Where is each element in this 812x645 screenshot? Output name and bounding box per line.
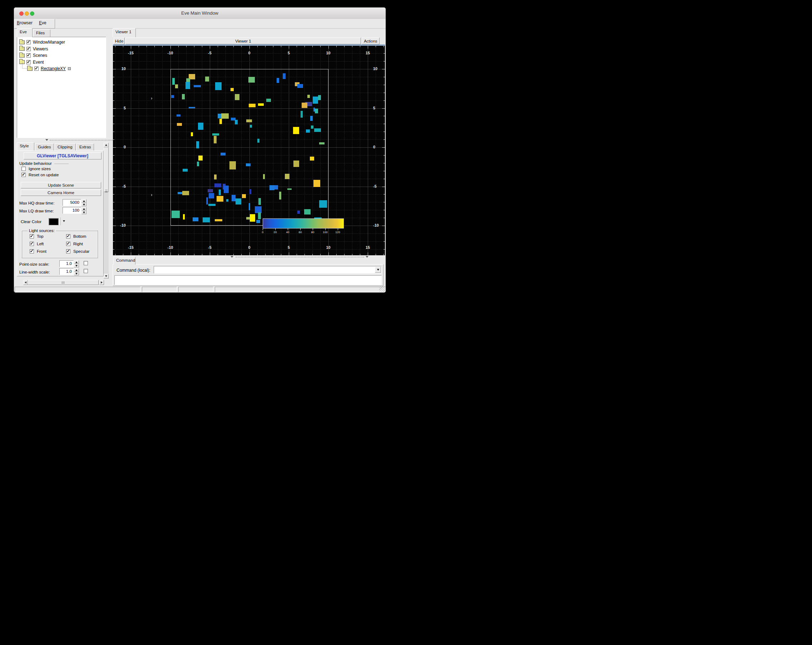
scroll-right-button[interactable] bbox=[99, 280, 104, 285]
light-front[interactable]: Front bbox=[30, 249, 46, 254]
tab-guides[interactable]: Guides bbox=[35, 144, 54, 151]
tree-item-checkbox[interactable] bbox=[26, 60, 31, 64]
tab-viewer-1[interactable]: Viewer 1 bbox=[113, 28, 136, 37]
ignore-sizes-row[interactable]: Ignore sizes bbox=[21, 167, 51, 171]
tree-item-label[interactable]: RectangleXY bbox=[41, 66, 66, 71]
spin-up-icon[interactable] bbox=[83, 200, 85, 202]
light-label: Bottom bbox=[73, 234, 86, 238]
tab-extras[interactable]: Extras bbox=[76, 144, 94, 151]
tree-item-checkbox[interactable] bbox=[26, 47, 31, 51]
scale-stepper[interactable] bbox=[74, 260, 79, 267]
tree-item-checkbox[interactable] bbox=[26, 53, 31, 58]
tree-item-label[interactable]: Viewers bbox=[33, 46, 48, 52]
scale-stepper[interactable] bbox=[74, 276, 79, 277]
tab-eve[interactable]: Eve bbox=[17, 28, 32, 37]
spin-down-icon[interactable] bbox=[74, 272, 79, 275]
spin-up-icon[interactable] bbox=[83, 208, 85, 210]
reset-on-update-row[interactable]: Reset on update bbox=[21, 173, 59, 177]
glviewer-button[interactable]: GLViewer [TGLSAViewer] bbox=[24, 152, 102, 159]
light-bottom[interactable]: Bottom bbox=[66, 234, 86, 238]
horizontal-splitter[interactable] bbox=[235, 257, 364, 257]
tab-files[interactable]: Files bbox=[33, 29, 50, 37]
tab-style[interactable]: Style bbox=[17, 142, 34, 151]
spin-down-icon[interactable] bbox=[83, 212, 85, 214]
tab-command[interactable]: Command bbox=[113, 257, 136, 264]
color-dropdown-icon[interactable] bbox=[63, 220, 65, 222]
scale-input[interactable]: 1.0 bbox=[60, 268, 73, 275]
tree-item-label[interactable]: Event bbox=[33, 60, 44, 65]
scroll-down-button[interactable] bbox=[104, 274, 108, 278]
viewer-title-bar[interactable]: Viewer 1 bbox=[125, 38, 361, 44]
tree-item-label[interactable]: Scenes bbox=[33, 53, 47, 58]
command-combobox[interactable] bbox=[154, 266, 382, 274]
tree-item-scenes[interactable]: Scenes bbox=[19, 52, 47, 59]
tree-item-rectanglexy[interactable]: RectangleXY bbox=[27, 66, 71, 72]
light-checkbox[interactable] bbox=[66, 242, 70, 246]
light-checkbox[interactable] bbox=[30, 249, 34, 254]
title-bar[interactable]: Eve Main Window bbox=[14, 8, 386, 19]
data-rect bbox=[171, 95, 174, 98]
tree-item-label[interactable]: WindowManager bbox=[33, 40, 65, 45]
chevron-right-icon[interactable]: › bbox=[151, 95, 152, 101]
light-checkbox[interactable] bbox=[30, 242, 34, 246]
command-output[interactable] bbox=[114, 275, 382, 285]
tree-item-viewers[interactable]: Viewers bbox=[19, 46, 48, 52]
max-lq-stepper[interactable] bbox=[81, 207, 87, 214]
hscroll-thumb[interactable] bbox=[28, 280, 99, 285]
max-hq-input[interactable]: 5000 bbox=[63, 199, 81, 206]
scroll-up-button[interactable] bbox=[104, 143, 108, 147]
data-rect bbox=[249, 203, 250, 210]
chevron-down-icon[interactable] bbox=[366, 256, 368, 258]
tree-item-checkbox[interactable] bbox=[34, 67, 38, 71]
scale-input[interactable]: 1.0 bbox=[60, 276, 73, 277]
horizontal-splitter[interactable] bbox=[50, 140, 114, 141]
light-checkbox[interactable] bbox=[66, 249, 70, 254]
tree-item-checkbox[interactable] bbox=[26, 40, 31, 44]
light-specular[interactable]: Specular bbox=[66, 249, 89, 254]
command-input[interactable] bbox=[154, 266, 157, 268]
spin-up-icon[interactable] bbox=[74, 260, 79, 264]
camera-home-button[interactable]: Camera Home bbox=[21, 190, 101, 196]
combo-dropdown-button[interactable] bbox=[375, 267, 381, 273]
actions-button[interactable]: Actions bbox=[362, 38, 380, 44]
selection-box[interactable] bbox=[68, 67, 71, 70]
light-checkbox[interactable] bbox=[66, 234, 70, 238]
menu-browser[interactable]: Browser bbox=[17, 20, 32, 25]
tab-clipping[interactable]: Clipping bbox=[55, 144, 76, 151]
editor-vscrollbar[interactable] bbox=[104, 143, 108, 278]
y-axis-label: -5 bbox=[117, 184, 126, 188]
scale-checkbox[interactable] bbox=[84, 269, 88, 273]
reset-on-update-checkbox[interactable] bbox=[21, 173, 26, 177]
clear-color-swatch[interactable] bbox=[49, 218, 59, 225]
light-left[interactable]: Left bbox=[30, 242, 44, 246]
status-segment bbox=[215, 287, 386, 292]
update-scene-button[interactable]: Update Scene bbox=[21, 182, 101, 188]
spin-up-icon[interactable] bbox=[74, 268, 79, 272]
max-lq-input[interactable]: 100 bbox=[63, 207, 81, 214]
light-right[interactable]: Right bbox=[66, 242, 83, 246]
chevron-down-icon[interactable] bbox=[46, 139, 48, 141]
hide-button[interactable]: Hide bbox=[114, 38, 125, 44]
resize-grip-icon[interactable] bbox=[379, 286, 385, 292]
chevron-down-icon[interactable] bbox=[230, 256, 234, 258]
spin-down-icon[interactable] bbox=[83, 204, 85, 206]
vscroll-thumb[interactable] bbox=[104, 147, 108, 192]
scale-checkbox[interactable] bbox=[84, 261, 88, 265]
scale-stepper[interactable] bbox=[74, 268, 79, 275]
gridline bbox=[162, 46, 163, 255]
scroll-left-button[interactable] bbox=[23, 280, 28, 285]
x-axis-label: 15 bbox=[363, 245, 372, 249]
ignore-sizes-checkbox[interactable] bbox=[21, 167, 26, 171]
data-rect bbox=[183, 169, 187, 172]
scale-input[interactable]: 1.0 bbox=[60, 260, 73, 267]
gl-viewer-canvas[interactable]: 020406080100120-15-15-10-10-5-5005510101… bbox=[113, 46, 385, 255]
editor-hscrollbar[interactable] bbox=[23, 280, 104, 285]
light-checkbox[interactable] bbox=[30, 234, 34, 238]
tree-item-windowmanager[interactable]: WindowManager bbox=[19, 39, 65, 46]
max-hq-stepper[interactable] bbox=[81, 199, 87, 206]
light-top[interactable]: Top bbox=[30, 234, 44, 238]
spin-down-icon[interactable] bbox=[74, 264, 79, 267]
menu-eve[interactable]: Eve bbox=[39, 20, 46, 25]
spin-up-icon[interactable] bbox=[74, 276, 79, 277]
chevron-right-icon[interactable]: › bbox=[151, 192, 152, 197]
